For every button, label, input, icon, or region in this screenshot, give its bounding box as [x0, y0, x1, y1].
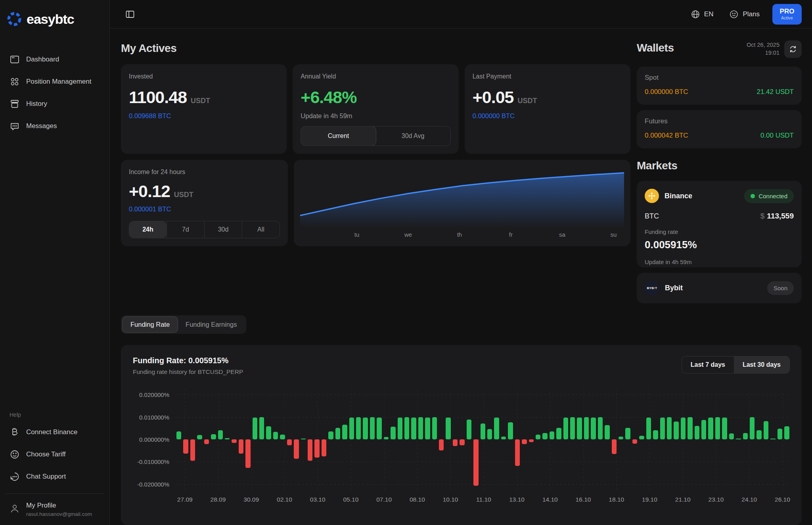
funding-rate-bar — [632, 439, 637, 444]
funding-rate-bar — [190, 439, 195, 461]
tab-30d[interactable]: 30d — [204, 221, 242, 238]
plans-button[interactable]: Plans — [729, 10, 760, 19]
bar-slot — [501, 389, 506, 490]
funding-rate-bar — [404, 417, 409, 439]
bar-slot — [695, 389, 699, 490]
spot-wallet-card: Spot 0.000000 BTC 21.42 USDT — [637, 67, 802, 105]
bar-slot — [625, 389, 630, 490]
sidebar-item-choose-tariff[interactable]: Choose Tariff — [0, 443, 109, 466]
sidebar-item-messages[interactable]: Messages — [0, 115, 109, 137]
language-switcher[interactable]: EN — [691, 10, 714, 19]
toggle-current[interactable]: Current — [301, 126, 375, 146]
funding-rate-bar — [453, 439, 458, 446]
income-value: +0.12 — [129, 183, 170, 200]
funding-rate-bar — [667, 417, 672, 439]
funding-rate-bar — [197, 435, 202, 439]
tab-funding-earnings[interactable]: Funding Earnings — [178, 317, 245, 332]
bar-slot — [287, 389, 292, 490]
income-btc: 0.000001 BTC — [129, 205, 280, 213]
bybit-status-badge: Soon — [767, 281, 794, 295]
spot-btc-value: 0.000000 BTC — [645, 88, 688, 96]
sidebar-item-chat-support[interactable]: Chat Support — [0, 466, 109, 488]
x-tick-label: 13.10 — [509, 496, 525, 503]
x-tick-label: 10.10 — [443, 496, 458, 503]
bar-slot — [225, 389, 230, 490]
annual-yield-card: Annual Yield +6.48% Update in 4h 59m Cur… — [293, 64, 458, 154]
bar-slot — [363, 389, 368, 490]
funding-rate-bar — [612, 439, 617, 454]
bar-slot — [411, 389, 416, 490]
bar-slot — [335, 389, 340, 490]
weekly-income-area-chart — [300, 165, 624, 228]
weekday-label: su — [611, 231, 617, 238]
globe-icon — [691, 10, 700, 19]
funding-rate-bar — [259, 417, 264, 439]
last-7-days-button[interactable]: Last 7 days — [682, 356, 734, 373]
funding-rate-bar — [328, 431, 333, 439]
funding-tabs: Funding Rate Funding Earnings — [121, 315, 246, 334]
x-tick-label: 02.10 — [277, 496, 292, 503]
funding-rate-bar — [425, 418, 430, 439]
refresh-button[interactable] — [784, 40, 802, 58]
bar-slot — [356, 389, 361, 490]
brand-name: easybtc — [27, 11, 74, 27]
funding-chart-subtitle: Funding rate history for BTCUSD_PERP — [133, 368, 243, 376]
sidebar-item-connect-binance[interactable]: Connect Binance — [0, 421, 109, 443]
funding-rate-bar — [722, 418, 727, 439]
y-tick-label: -0.020000% — [137, 481, 169, 487]
pro-plan-button[interactable]: PRO Active — [772, 4, 802, 25]
bar-slot — [639, 389, 644, 490]
sidebar-item-history[interactable]: History — [0, 93, 109, 115]
brand-logo[interactable]: easybtc — [0, 11, 109, 27]
profile-item[interactable]: My Profile rasul.hassanov@gmail.com — [0, 498, 109, 517]
main-area: EN Plans PRO Active My Actives I — [110, 0, 812, 525]
annual-yield-toggle: Current 30d Avg — [301, 126, 450, 146]
bar-slot — [473, 389, 478, 490]
bar-slot — [605, 389, 609, 490]
toggle-30d-avg[interactable]: 30d Avg — [376, 126, 450, 146]
funding-rate-bar — [432, 417, 437, 439]
tab-funding-rate[interactable]: Funding Rate — [123, 317, 178, 332]
funding-rate-bar — [370, 417, 375, 439]
app-root: easybtc Dashboard Position Management Hi… — [0, 0, 812, 525]
last-30-days-button[interactable]: Last 30 days — [734, 356, 789, 373]
funding-rate-bar — [301, 439, 306, 439]
tab-all[interactable]: All — [242, 221, 280, 238]
invested-currency: USDT — [191, 97, 210, 105]
weekday-label: sa — [559, 231, 565, 238]
bar-slot — [418, 389, 423, 490]
income-range-tabs: 24h 7d 30d All — [129, 221, 280, 238]
sidebar-item-dashboard[interactable]: Dashboard — [0, 48, 109, 71]
bar-slot — [778, 389, 782, 490]
sidebar-item-label: Connect Binance — [26, 428, 77, 436]
x-tick-label: 03.10 — [310, 496, 326, 503]
binance-name: Binance — [665, 192, 692, 200]
x-tick-label: 19.10 — [642, 496, 657, 503]
x-tick-label: 30.09 — [243, 496, 259, 503]
funding-rate-bar — [515, 439, 520, 466]
sidebar-collapse-icon[interactable] — [125, 9, 135, 19]
funding-chart-title: Funding Rate: 0.005915% — [133, 356, 243, 365]
easybtc-logo-icon — [6, 11, 22, 27]
x-tick-label: 08.10 — [410, 496, 425, 503]
weekly-income-chart-card: tuwethfrsasu — [294, 160, 630, 246]
income-label: Income for 24 hours — [129, 169, 280, 176]
funding-rate-bar — [619, 437, 623, 439]
bar-slot — [425, 389, 430, 490]
funding-rate-bar — [204, 439, 209, 444]
bar-slot — [756, 389, 761, 490]
sidebar-item-position-management[interactable]: Position Management — [0, 71, 109, 93]
funding-rate-bar — [322, 439, 326, 456]
funding-rate-bar — [598, 417, 603, 439]
binance-logo-icon — [645, 189, 659, 203]
tab-7d[interactable]: 7d — [167, 221, 204, 238]
language-label: EN — [704, 10, 714, 18]
sidebar-item-label: Dashboard — [26, 56, 59, 63]
bar-slot — [542, 389, 547, 490]
tab-24h[interactable]: 24h — [129, 221, 167, 238]
sidebar-bottom: Help Connect Binance Choose Tariff Chat … — [0, 412, 109, 517]
topbar: EN Plans PRO Active — [110, 0, 812, 29]
bar-slot — [239, 389, 243, 490]
funding-rate-bar — [356, 417, 361, 439]
bar-slot — [398, 389, 402, 490]
